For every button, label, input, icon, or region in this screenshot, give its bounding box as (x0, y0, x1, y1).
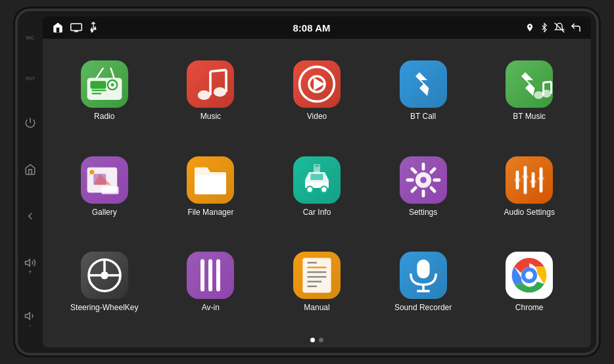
svg-rect-40 (101, 186, 118, 194)
usb-icon (89, 22, 98, 34)
music-label: Music (201, 112, 221, 121)
svg-line-55 (412, 169, 415, 172)
rst-label: RST (23, 74, 37, 85)
device-frame: MIC RST + (18, 11, 596, 353)
app-radio[interactable]: Radio (53, 45, 156, 137)
svg-rect-65 (530, 180, 536, 183)
radio-icon (81, 60, 128, 108)
app-carinfo[interactable]: Car Info (266, 141, 368, 232)
avin-icon (187, 252, 234, 299)
svg-line-56 (431, 188, 434, 191)
soundrecorder-icon (400, 252, 447, 299)
svg-point-42 (306, 186, 313, 193)
svg-rect-10 (95, 28, 96, 30)
screen: 8:08 AM (43, 16, 591, 348)
home-icon (52, 22, 64, 34)
settings-icon (400, 156, 447, 204)
volume-down-button[interactable]: - (22, 307, 39, 331)
mic-label: MIC (24, 33, 37, 44)
app-soundrecorder[interactable]: Sound Recorder (372, 237, 475, 328)
svg-rect-44 (310, 173, 323, 180)
app-btmusic[interactable]: BT Music (478, 45, 580, 137)
back-button[interactable] (22, 208, 39, 225)
btcall-label: BT Call (410, 112, 436, 121)
audiosettings-label: Audio Settings (504, 208, 555, 217)
time-display: 8:08 AM (293, 22, 331, 34)
svg-point-22 (198, 91, 210, 100)
page-dot-2[interactable] (319, 338, 323, 342)
location-icon (525, 22, 534, 34)
avin-label: Av-in (202, 303, 220, 312)
svg-line-20 (97, 68, 103, 78)
app-grid: Radio Music Video BT Call BT Music Galle… (43, 39, 591, 334)
power-button[interactable] (22, 114, 39, 131)
svg-line-13 (555, 23, 565, 33)
music-icon (187, 60, 234, 108)
svg-rect-47 (314, 168, 319, 168)
svg-rect-3 (71, 24, 82, 31)
status-right (525, 22, 582, 34)
app-settings[interactable]: Settings (372, 141, 475, 232)
svg-point-43 (321, 186, 327, 193)
steering-icon (81, 252, 128, 299)
chrome-label: Chrome (515, 303, 544, 312)
svg-rect-9 (91, 30, 92, 31)
soundrecorder-label: Sound Recorder (394, 303, 452, 312)
svg-rect-82 (417, 260, 429, 279)
carinfo-label: Car Info (303, 208, 331, 217)
svg-rect-66 (538, 177, 544, 180)
video-icon (293, 60, 341, 108)
btmusic-icon (506, 60, 553, 108)
app-steering[interactable]: Steering-WheelKey (53, 237, 156, 328)
app-avin[interactable]: Av-in (160, 237, 262, 328)
svg-marker-2 (26, 313, 30, 320)
svg-point-50 (420, 177, 427, 183)
radio-label: Radio (94, 112, 114, 121)
page-dot-1[interactable] (310, 338, 315, 342)
steering-label: Steering-WheelKey (70, 303, 138, 312)
filemanager-label: File Manager (187, 208, 233, 217)
svg-line-35 (544, 82, 552, 83)
svg-rect-64 (522, 175, 529, 179)
app-chrome[interactable]: Chrome (478, 237, 580, 328)
app-gallery[interactable]: Gallery (53, 141, 156, 232)
svg-point-17 (110, 83, 114, 87)
svg-point-88 (525, 271, 533, 279)
video-label: Video (307, 112, 327, 121)
app-music[interactable]: Music (160, 45, 262, 137)
svg-line-26 (210, 70, 226, 72)
svg-point-31 (534, 91, 543, 99)
svg-point-39 (89, 170, 94, 174)
screen-icon (70, 23, 82, 32)
svg-line-57 (431, 169, 434, 172)
home-button[interactable] (22, 161, 39, 178)
svg-line-21 (110, 68, 114, 78)
mute-icon (554, 22, 565, 34)
svg-rect-15 (90, 81, 106, 89)
filemanager-icon (187, 156, 234, 204)
chrome-icon (506, 252, 553, 299)
manual-icon (293, 252, 341, 299)
side-buttons-panel: MIC RST + (18, 11, 43, 353)
app-manual[interactable]: Manual (266, 237, 368, 328)
app-video[interactable]: Video (266, 45, 368, 137)
carinfo-icon (293, 156, 341, 204)
bluetooth-icon (540, 22, 549, 34)
svg-rect-48 (314, 169, 319, 170)
pagination (43, 334, 591, 348)
app-audiosettings[interactable]: Audio Settings (478, 141, 580, 232)
app-filemanager[interactable]: File Manager (160, 141, 262, 232)
btmusic-label: BT Music (513, 112, 546, 121)
gallery-label: Gallery (92, 208, 117, 217)
app-btcall[interactable]: BT Call (372, 45, 475, 137)
svg-point-68 (101, 271, 108, 279)
gallery-icon (81, 156, 128, 204)
manual-label: Manual (304, 303, 329, 312)
btcall-icon (400, 60, 447, 108)
status-bar: 8:08 AM (43, 16, 591, 39)
status-left (52, 22, 98, 34)
volume-up-button[interactable]: + (22, 254, 39, 278)
audiosettings-icon (506, 156, 553, 204)
svg-point-23 (214, 87, 226, 97)
settings-label: Settings (409, 208, 437, 217)
